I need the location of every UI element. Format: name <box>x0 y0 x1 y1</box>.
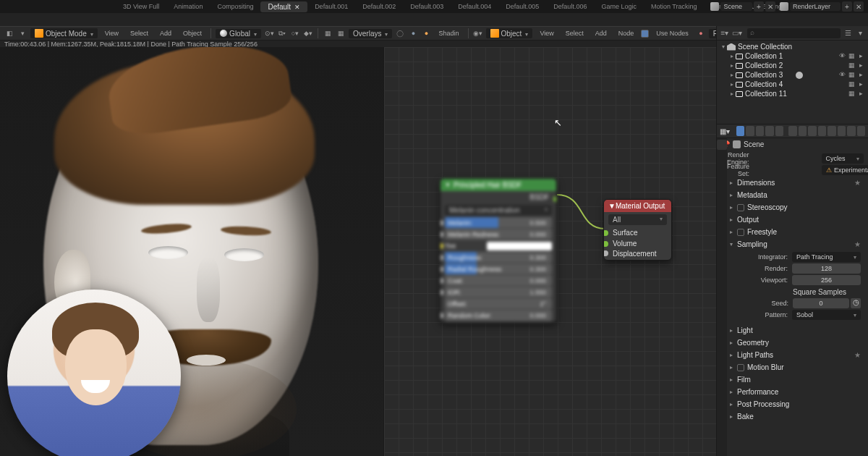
param-ior[interactable]: IOR:1.550 <box>445 287 552 297</box>
checkbox[interactable] <box>737 364 744 371</box>
outliner-tree[interactable]: ▾Scene Collection ▸Collection 1👁▦▸ ▸Coll… <box>717 41 868 100</box>
shading-dropdown[interactable]: Shadin <box>434 29 463 38</box>
socket-in-icon[interactable] <box>440 243 443 249</box>
node-editor-icon[interactable]: ◉▾ <box>473 28 483 38</box>
node-material-output[interactable]: ▼Material Output All▾ Surface Volume Dis… <box>603 199 672 261</box>
view-menu[interactable]: View <box>101 29 123 38</box>
ws-tab[interactable]: Default.002 <box>355 1 403 12</box>
pivot-icon[interactable]: ⊙▾ <box>264 28 274 38</box>
render-samples-input[interactable]: 128 <box>792 263 861 274</box>
add-layer-button[interactable]: + <box>842 1 852 12</box>
outliner-search[interactable] <box>747 28 841 38</box>
node-principled-hair[interactable]: ▼Principled Hair BSDF BSDF Melanin conce… <box>440 178 557 323</box>
filter-dropdown-icon[interactable]: ▾ <box>855 28 865 38</box>
panel-freestyle[interactable]: ▸Freestyle <box>727 227 864 237</box>
checkbox[interactable] <box>737 229 744 236</box>
panel-film[interactable]: ▸Film <box>727 374 864 385</box>
constraint-tab-icon[interactable] <box>827 126 835 136</box>
pin-icon[interactable]: ★ <box>854 179 861 187</box>
color-swatch[interactable] <box>487 242 552 250</box>
select-toggle-icon[interactable]: ▸ <box>857 62 865 69</box>
render-toggle-icon[interactable]: ▦ <box>848 71 856 79</box>
shading-solid-icon[interactable]: ● <box>408 28 418 38</box>
socket-in-icon[interactable] <box>440 266 443 272</box>
select-toggle-icon[interactable]: ▸ <box>857 80 865 88</box>
socket-in-icon[interactable] <box>440 290 443 295</box>
props-editor-icon[interactable]: ▦▾ <box>720 127 730 135</box>
add-menu[interactable]: Add <box>156 29 176 38</box>
panel-bake[interactable]: ▸Bake <box>727 411 864 422</box>
ws-tab[interactable]: Compositing <box>210 1 260 12</box>
socket-in-icon[interactable] <box>603 250 608 256</box>
physics-tab-icon[interactable] <box>818 126 826 136</box>
vtab-icon[interactable] <box>717 140 727 150</box>
node-node-menu[interactable]: Node <box>614 29 639 38</box>
pattern-select[interactable]: Sobol <box>792 310 861 320</box>
outliner-type-icon[interactable]: ≡▾ <box>720 28 730 38</box>
render-tab-icon[interactable] <box>736 126 744 136</box>
object-tab-icon[interactable] <box>788 126 796 136</box>
seed-input[interactable]: 0 <box>793 298 849 308</box>
node-editor[interactable]: ↖ ▼Principled Hair BSDF BSDF Melanin con… <box>383 47 716 456</box>
ws-tab[interactable]: Default.006 <box>546 1 594 12</box>
param-random-roughness[interactable]: Random Roughness:0.000 <box>445 321 552 323</box>
panel-sampling[interactable]: ▾Sampling★ <box>727 239 864 250</box>
3d-viewport[interactable] <box>0 47 383 456</box>
node-output-bsdf[interactable]: BSDF <box>441 191 556 203</box>
socket-in-icon[interactable] <box>440 255 443 261</box>
outliner-collection[interactable]: ▸Collection 2▦▸ <box>717 61 868 70</box>
material-tab-icon[interactable] <box>847 126 855 136</box>
remove-scene-button[interactable]: ✕ <box>765 1 775 12</box>
overlays-toggle[interactable]: Overlays <box>349 29 392 38</box>
param-melanin-redness[interactable]: Melanin Redness:0.000 <box>445 229 552 240</box>
input-displacement[interactable]: Displacement <box>604 249 671 260</box>
socket-in-icon[interactable] <box>440 313 443 318</box>
panel-light-paths[interactable]: ▸Light Paths★ <box>727 350 864 360</box>
panel-dimensions[interactable]: ▸Dimensions★ <box>727 177 864 188</box>
outliner-collection[interactable]: ▸Collection 3👁▦▸ <box>717 70 868 80</box>
checkbox[interactable] <box>737 204 744 211</box>
ws-tab[interactable]: Default.003 <box>403 1 451 12</box>
param-mode-select[interactable]: Melanin concentration▾ <box>445 205 552 216</box>
panel-light[interactable]: ▸Light <box>727 325 864 336</box>
socket-in-icon[interactable] <box>603 241 608 247</box>
socket-in-icon[interactable] <box>440 278 443 284</box>
viewlayer-tab-icon[interactable] <box>756 126 764 136</box>
outliner-collection[interactable]: ▸Collection 1👁▦▸ <box>717 51 868 61</box>
ws-tab[interactable]: Default.005 <box>498 1 546 12</box>
panel-motion-blur[interactable]: ▸Motion Blur <box>727 362 864 373</box>
modifier-tab-icon[interactable] <box>799 126 807 136</box>
gizmo-icon[interactable]: ◆▾ <box>303 28 313 38</box>
panel-geometry[interactable]: ▸Geometry <box>727 337 864 348</box>
chevron-down-icon[interactable]: ▾ <box>17 28 27 38</box>
orientation-selector[interactable]: Global <box>216 29 261 38</box>
snap-icon[interactable]: ⧉▾ <box>277 28 287 38</box>
mode-selector[interactable]: Object Mode <box>30 28 98 38</box>
node-add-menu[interactable]: Add <box>591 29 611 38</box>
target-select[interactable]: All▾ <box>608 214 667 225</box>
socket-in-icon[interactable] <box>440 232 443 237</box>
render-engine-select[interactable]: Cycles <box>822 153 864 164</box>
layer-button-icon[interactable]: ▦ <box>336 28 346 38</box>
select-toggle-icon[interactable]: ▸ <box>857 52 865 60</box>
proportional-icon[interactable]: ○▾ <box>290 28 300 38</box>
render-toggle-icon[interactable]: ▦ <box>848 62 856 69</box>
collapse-icon[interactable]: ▼ <box>445 182 451 188</box>
param-radial-roughness[interactable]: Radial Roughness:0.300 <box>445 263 552 274</box>
ws-tab-active[interactable]: Default ✕ <box>260 1 307 12</box>
panel-performance[interactable]: ▸Performance <box>727 387 864 397</box>
node-select-menu[interactable]: Select <box>561 29 588 38</box>
ws-tab[interactable]: Default.004 <box>451 1 498 12</box>
particle-tab-icon[interactable] <box>808 126 816 136</box>
ws-tab[interactable]: Animation <box>166 1 210 12</box>
outliner-collection[interactable]: ▸Collection 4▦▸ <box>717 80 868 89</box>
panel-output[interactable]: ▸Output <box>727 214 864 225</box>
editor-type-icon[interactable]: ◧ <box>4 28 14 38</box>
render-toggle-icon[interactable]: ▦ <box>848 52 856 60</box>
socket-in-icon[interactable] <box>440 220 443 226</box>
panel-stereoscopy[interactable]: ▸Stereoscopy <box>727 202 864 213</box>
ws-tab[interactable]: Motion Tracking <box>644 1 705 12</box>
filter-icon[interactable]: ☰ <box>843 28 853 38</box>
socket-in-icon[interactable] <box>603 230 608 236</box>
material-icon[interactable]: ● <box>696 28 706 38</box>
